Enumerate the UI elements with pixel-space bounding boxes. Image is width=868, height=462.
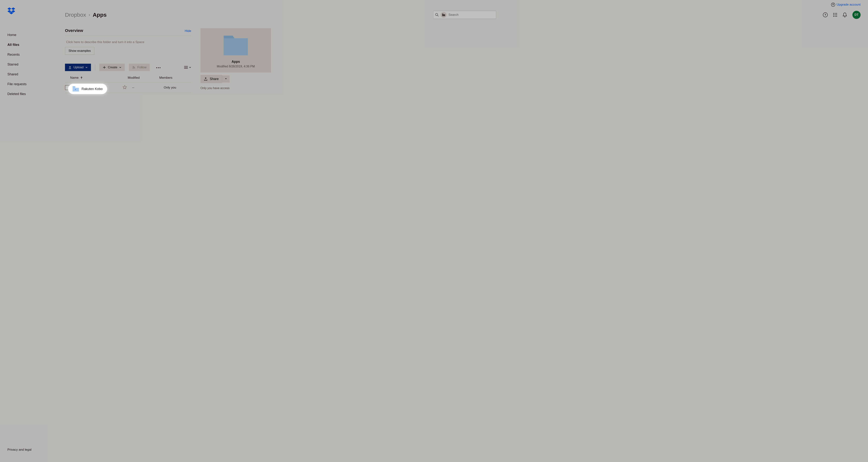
svg-point-10: [836, 14, 837, 15]
chevron-down-icon: [189, 66, 191, 68]
folder-icon: [442, 13, 445, 16]
apps-grid-button[interactable]: [833, 13, 837, 17]
svg-point-17: [160, 67, 161, 68]
main: Upgrade account Dropbox › Apps ?: [58, 0, 868, 462]
create-button[interactable]: Create: [99, 64, 125, 71]
help-button[interactable]: ?: [823, 12, 828, 18]
chevron-down-icon: [85, 66, 88, 68]
app-folder-icon: [72, 86, 79, 92]
highlight-name: Rakuten Kobo: [82, 87, 103, 91]
svg-text:?: ?: [825, 13, 826, 16]
detail-panel: Apps Modified 8/28/2019, 4:36 PM Share O…: [200, 28, 271, 93]
notifications-button[interactable]: [842, 12, 847, 18]
upgrade-label: Upgrade account: [837, 3, 861, 6]
nav-recents[interactable]: Recents: [0, 50, 58, 60]
avatar[interactable]: DT: [852, 11, 861, 19]
toolbar: Upload Create Follow: [65, 64, 191, 71]
svg-point-7: [836, 13, 837, 14]
file-modified: --: [132, 86, 162, 89]
topbar: Upgrade account: [65, 0, 861, 9]
nav-starred[interactable]: Starred: [0, 60, 58, 69]
header-icons: ? DT: [823, 11, 861, 19]
folder-large-icon: [224, 36, 248, 55]
svg-point-11: [833, 16, 834, 17]
breadcrumb: Dropbox › Apps: [65, 12, 106, 18]
caret-down-icon: [225, 78, 227, 80]
overview-header: Overview Hide: [65, 28, 191, 36]
svg-point-6: [835, 13, 836, 14]
grid-icon: [833, 13, 837, 17]
bell-icon: [842, 12, 847, 18]
nav-shared[interactable]: Shared: [0, 69, 58, 79]
ellipsis-icon: [156, 67, 161, 68]
column-members[interactable]: Members: [159, 76, 191, 80]
star-icon: [123, 85, 127, 89]
center-column: Overview Hide Click here to describe thi…: [65, 28, 191, 93]
svg-point-15: [156, 67, 157, 68]
create-label: Create: [108, 65, 117, 69]
column-modified[interactable]: Modified: [128, 76, 157, 80]
show-examples-button[interactable]: Show examples: [65, 47, 94, 55]
sort-asc-icon: [81, 76, 83, 79]
chevron-down-icon: [119, 66, 121, 68]
overview-placeholder[interactable]: Click here to describe this folder and t…: [65, 36, 191, 47]
svg-line-2: [437, 16, 438, 16]
more-button[interactable]: [154, 64, 163, 70]
table-header: Name Modified Members: [65, 72, 191, 83]
svg-point-14: [132, 68, 133, 68]
dropbox-icon: [7, 7, 15, 14]
header-row: Dropbox › Apps ?: [65, 9, 861, 19]
dropbox-logo[interactable]: [0, 7, 58, 30]
nav: Home All files Recents Starred Shared Fi…: [0, 30, 58, 445]
nav-file-requests[interactable]: File requests: [0, 79, 58, 89]
upgrade-link[interactable]: Upgrade account: [831, 3, 861, 7]
list-icon: [184, 66, 188, 69]
search-scope-chip[interactable]: [441, 12, 446, 18]
upload-button[interactable]: Upload: [65, 64, 91, 71]
folder-card: Apps Modified 8/28/2019, 4:36 PM: [200, 28, 271, 72]
help-icon: ?: [823, 12, 828, 18]
upload-label: Upload: [73, 65, 84, 69]
breadcrumb-separator: ›: [89, 12, 90, 18]
search-input[interactable]: [448, 13, 494, 17]
svg-point-1: [435, 13, 438, 16]
search-icon: [435, 13, 439, 17]
svg-point-12: [835, 16, 836, 17]
column-name-label: Name: [70, 76, 79, 80]
follow-button[interactable]: Follow: [129, 64, 150, 71]
search-box[interactable]: [433, 11, 496, 19]
share-caret[interactable]: [222, 75, 229, 83]
breadcrumb-current: Apps: [93, 12, 106, 18]
column-name[interactable]: Name: [70, 76, 126, 80]
nav-all-files[interactable]: All files: [0, 40, 58, 50]
access-text: Only you have access: [200, 87, 271, 90]
toolbar-divider: [95, 64, 95, 70]
nav-home[interactable]: Home: [0, 30, 58, 40]
breadcrumb-root[interactable]: Dropbox: [65, 12, 86, 18]
overview-title: Overview: [65, 28, 83, 33]
share-label: Share: [210, 77, 219, 81]
star-button[interactable]: [123, 85, 127, 90]
upgrade-icon: [831, 3, 835, 7]
plus-icon: [103, 66, 106, 69]
upload-icon: [68, 66, 72, 69]
nav-deleted-files[interactable]: Deleted files: [0, 89, 58, 99]
share-row: Share: [200, 75, 271, 83]
file-members: Only you: [164, 86, 191, 89]
share-button[interactable]: Share: [200, 75, 222, 83]
highlight-callout: Rakuten Kobo: [68, 84, 107, 94]
hide-link[interactable]: Hide: [185, 29, 191, 33]
svg-point-16: [158, 67, 159, 68]
folder-name: Apps: [204, 60, 267, 64]
svg-point-13: [836, 16, 837, 17]
privacy-legal-link[interactable]: Privacy and legal: [0, 445, 58, 455]
share-icon: [204, 77, 208, 81]
rss-icon: [132, 66, 135, 69]
follow-label: Follow: [137, 65, 147, 69]
svg-point-9: [835, 14, 836, 15]
svg-point-8: [833, 14, 834, 15]
folder-modified: Modified 8/28/2019, 4:36 PM: [204, 65, 267, 68]
content-area: Overview Hide Click here to describe thi…: [65, 28, 861, 93]
view-toggle[interactable]: [184, 66, 191, 69]
svg-point-5: [833, 13, 834, 14]
